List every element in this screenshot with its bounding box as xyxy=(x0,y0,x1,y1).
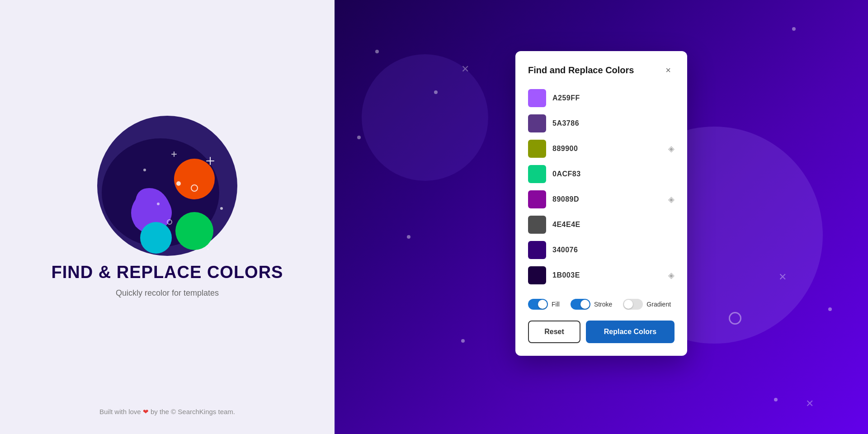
bg-dot-1 xyxy=(375,50,379,53)
bg-dot-4 xyxy=(407,235,410,239)
color-hex-7: 1B003E xyxy=(552,271,662,279)
color-row[interactable]: 4E4E4E xyxy=(528,214,675,236)
svg-point-2 xyxy=(174,159,215,199)
app-subtitle: Quickly recolor for templates xyxy=(116,288,219,298)
bg-cross-1: ✕ xyxy=(461,63,469,75)
color-row[interactable]: 5A3786 xyxy=(528,113,675,134)
bg-circle-medium xyxy=(362,54,488,181)
toggles-row: FillStrokeGradient xyxy=(528,297,675,311)
toggle-label-fill: Fill xyxy=(552,301,560,308)
svg-point-9 xyxy=(143,169,146,171)
color-swatch-5[interactable] xyxy=(528,216,546,234)
color-hex-5: 4E4E4E xyxy=(552,221,675,229)
color-swatch-0[interactable] xyxy=(528,89,546,107)
color-row[interactable]: A259FF xyxy=(528,87,675,109)
close-button[interactable]: × xyxy=(662,64,675,76)
bg-dot-5 xyxy=(461,339,465,343)
color-hex-0: A259FF xyxy=(552,94,675,102)
color-hex-1: 5A3786 xyxy=(552,119,675,127)
svg-rect-13 xyxy=(171,154,177,155)
bg-ring-1 xyxy=(729,312,741,325)
bg-dot-7 xyxy=(792,27,796,31)
color-hex-4: 89089D xyxy=(552,195,662,203)
toggle-label-stroke: Stroke xyxy=(594,301,612,308)
toggle-gradient[interactable] xyxy=(623,299,643,310)
toggle-group-fill: Fill xyxy=(528,299,560,310)
color-hex-2: 889900 xyxy=(552,145,662,153)
color-swatch-3[interactable] xyxy=(528,165,546,183)
color-swatch-1[interactable] xyxy=(528,114,546,132)
toggle-knob-stroke xyxy=(580,300,590,309)
color-row[interactable]: 889900◈ xyxy=(528,138,675,160)
hero-illustration xyxy=(90,109,244,263)
color-swatch-4[interactable] xyxy=(528,190,546,208)
color-list: A259FF5A3786889900◈0ACF8389089D◈4E4E4E34… xyxy=(528,87,675,286)
replace-colors-button[interactable]: Replace Colors xyxy=(586,321,675,343)
dialog: Find and Replace Colors × A259FF5A378688… xyxy=(515,51,687,356)
svg-rect-11 xyxy=(206,160,214,161)
toggle-fill[interactable] xyxy=(528,299,548,310)
toggle-knob-gradient xyxy=(624,300,633,309)
toggle-knob-fill xyxy=(538,300,547,309)
bg-cross-3: ✕ xyxy=(806,398,814,410)
svg-point-8 xyxy=(207,248,209,250)
svg-point-4 xyxy=(140,222,172,254)
toggle-group-gradient: Gradient xyxy=(623,299,671,310)
color-row[interactable]: 89089D◈ xyxy=(528,189,675,210)
toggle-stroke[interactable] xyxy=(571,299,590,310)
drop-icon-4: ◈ xyxy=(668,194,675,204)
color-hex-3: 0ACF83 xyxy=(552,170,675,178)
svg-point-7 xyxy=(220,207,223,210)
bg-dot-3 xyxy=(434,90,438,94)
color-row[interactable]: 0ACF83 xyxy=(528,163,675,185)
heart-icon: ❤ xyxy=(143,408,149,415)
drop-icon-2: ◈ xyxy=(668,144,675,154)
color-swatch-6[interactable] xyxy=(528,241,546,259)
svg-point-5 xyxy=(176,181,181,186)
color-swatch-7[interactable] xyxy=(528,266,546,284)
bg-cross-2: ✕ xyxy=(778,271,787,283)
buttons-row: Reset Replace Colors xyxy=(528,321,675,343)
dialog-title: Find and Replace Colors xyxy=(528,65,634,75)
svg-point-6 xyxy=(157,203,160,205)
bg-dot-8 xyxy=(828,307,832,311)
color-row[interactable]: 340076 xyxy=(528,239,675,261)
footer: Built with love ❤ by the © SearchKings t… xyxy=(99,408,235,416)
toggle-label-gradient: Gradient xyxy=(646,301,671,308)
bg-dot-2 xyxy=(357,136,361,139)
dialog-header: Find and Replace Colors × xyxy=(528,64,675,76)
svg-point-3 xyxy=(175,212,213,250)
color-swatch-2[interactable] xyxy=(528,140,546,158)
color-row[interactable]: 1B003E◈ xyxy=(528,264,675,286)
bg-dot-6 xyxy=(774,398,778,401)
color-hex-6: 340076 xyxy=(552,246,675,254)
reset-button[interactable]: Reset xyxy=(528,321,580,343)
drop-icon-7: ◈ xyxy=(668,270,675,280)
left-panel: FIND & REPLACE COLORS Quickly recolor fo… xyxy=(0,0,335,434)
app-title: FIND & REPLACE COLORS xyxy=(52,263,283,282)
right-panel: ✕ ✕ ✕ Find and Replace Colors × A259FF5A… xyxy=(335,0,868,434)
toggle-group-stroke: Stroke xyxy=(571,299,612,310)
